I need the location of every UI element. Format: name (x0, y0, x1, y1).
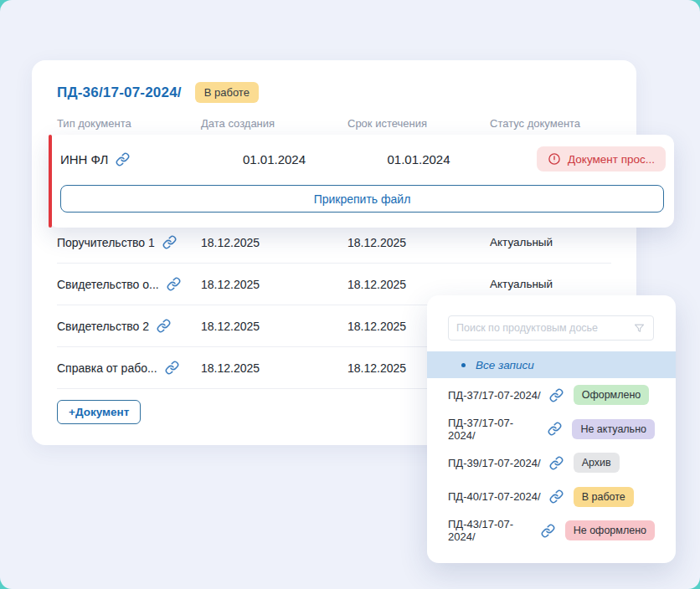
all-records-option[interactable]: Все записи (427, 351, 676, 378)
dossier-status-badge: Оформлено (574, 385, 650, 405)
document-type-cell: Свидетельство о... (57, 277, 201, 291)
list-item[interactable]: ПД-37/17-07-2024/ Оформлено (427, 378, 676, 412)
table-header: Тип документа Дата создания Срок истечен… (57, 117, 611, 130)
table-row[interactable]: Поручительство 1 18.12.2025 18.12.2025 А… (57, 222, 611, 264)
list-item[interactable]: ПД-40/17-07-2024/ В работе (427, 480, 676, 515)
created-date: 01.01.2024 (201, 152, 347, 166)
document-type-cell: Поручительство 1 (57, 235, 201, 249)
document-type-cell: Справка от рабо... (57, 361, 201, 375)
document-type-cell: Свидетельство 2 (57, 319, 201, 333)
dossier-number: ПД-37/17-07-2024/ (448, 417, 539, 442)
expanded-document-row[interactable]: ИНН ФЛ 01.01.2024 01.01.2024 Документ пр… (49, 135, 674, 228)
document-status: Актуальный (490, 278, 611, 290)
expire-date: 18.12.2025 (347, 278, 490, 291)
overdue-status-badge: Документ прос... (537, 146, 666, 172)
document-type-label: Свидетельство о... (57, 278, 159, 291)
dossier-status-badge: В работе (574, 487, 634, 507)
status-badge: В работе (195, 82, 259, 103)
document-type-label: Свидетельство 2 (57, 320, 149, 333)
dossier-status-badge: Не оформлено (565, 520, 655, 540)
filter-icon[interactable] (633, 322, 646, 335)
link-icon[interactable] (548, 422, 562, 436)
document-status: Актуальный (490, 236, 611, 248)
list-item[interactable]: ПД-43/17-07-2024/ Не оформлено (427, 514, 676, 548)
add-document-button[interactable]: +Документ (57, 400, 141, 424)
dossier-number: ПД-40/17-07-2024/ (448, 490, 541, 503)
column-header-status: Статус документа (490, 117, 611, 130)
document-type-cell: ИНН ФЛ (60, 152, 201, 166)
expanded-row-content: ИНН ФЛ 01.01.2024 01.01.2024 Документ пр… (49, 135, 674, 183)
warning-icon (548, 152, 561, 166)
page-title: ПД-36/17-07-2024/ (57, 85, 182, 101)
link-icon[interactable] (549, 388, 564, 402)
dossier-list: ПД-37/17-07-2024/ Оформлено ПД-37/17-07-… (427, 378, 676, 548)
created-date: 18.12.2025 (201, 320, 347, 333)
created-date: 18.12.2025 (201, 278, 347, 291)
dossier-status-badge: Архив (574, 453, 620, 473)
list-item[interactable]: ПД-37/17-07-2024/ Не актуально (427, 412, 676, 447)
dossier-number: ПД-43/17-07-2024/ (448, 518, 533, 543)
link-icon[interactable] (541, 524, 555, 538)
link-icon[interactable] (162, 235, 177, 249)
link-icon[interactable] (549, 489, 564, 504)
created-date: 18.12.2025 (201, 236, 347, 249)
column-header-created: Дата создания (201, 117, 347, 130)
link-icon[interactable] (157, 319, 171, 333)
document-type-label: Справка от рабо... (57, 361, 157, 375)
column-header-expires: Срок истечения (347, 117, 490, 130)
document-type-label: Поручительство 1 (57, 236, 155, 249)
app-background: ПД-36/17-07-2024/ В работе Тип документа… (0, 0, 700, 589)
expire-date: 18.12.2025 (347, 236, 490, 249)
attach-file-button[interactable]: Прикрепить файл (60, 185, 664, 213)
link-icon[interactable] (116, 152, 130, 166)
created-date: 18.12.2025 (201, 361, 347, 375)
all-records-label: Все записи (476, 359, 534, 371)
search-input[interactable] (456, 322, 628, 334)
overdue-indicator-bar (49, 135, 52, 228)
bullet-icon (461, 363, 466, 367)
document-type-label: ИНН ФЛ (60, 152, 108, 166)
link-icon[interactable] (165, 361, 179, 375)
link-icon[interactable] (167, 277, 181, 291)
card-title-row: ПД-36/17-07-2024/ В работе (57, 82, 611, 103)
expire-date: 01.01.2024 (347, 152, 490, 166)
link-icon[interactable] (549, 456, 564, 470)
dossier-number: ПД-37/17-07-2024/ (448, 389, 541, 402)
overdue-status-label: Документ прос... (568, 153, 655, 166)
dossier-list-popup: Все записи ПД-37/17-07-2024/ Оформлено П… (427, 295, 676, 563)
search-field-wrapper (448, 315, 654, 341)
column-header-type: Тип документа (57, 117, 201, 130)
dossier-status-badge: Не актуально (572, 419, 655, 439)
dossier-number: ПД-39/17-07-2024/ (448, 457, 541, 469)
list-item[interactable]: ПД-39/17-07-2024/ Архив (427, 446, 676, 480)
